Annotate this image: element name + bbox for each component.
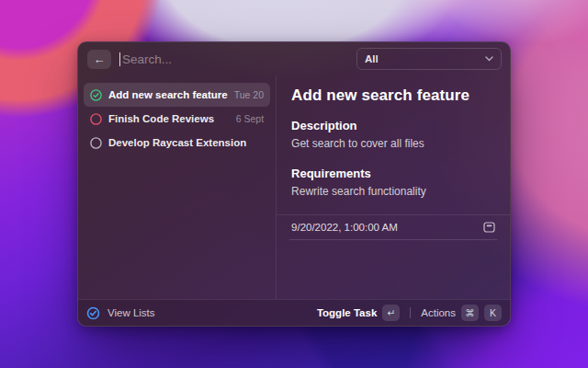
footer-divider [410, 307, 411, 318]
enter-key-icon: ↵ [382, 305, 400, 321]
actions-menu-button[interactable]: Actions ⌘ K [421, 305, 502, 321]
task-title: Finish Code Reviews [108, 113, 230, 124]
back-button[interactable]: ← [87, 50, 111, 69]
task-date: 6 Sept [236, 113, 264, 124]
task-open-icon[interactable] [90, 137, 102, 149]
task-list: Add new search feature Tue 20 Finish Cod… [78, 75, 277, 299]
task-row-add-new-search-feature[interactable]: Add new search feature Tue 20 [84, 83, 270, 107]
actions-label: Actions [421, 307, 456, 318]
filter-dropdown[interactable]: All [356, 48, 502, 70]
calendar-icon[interactable] [483, 222, 495, 233]
window-body: Add new search feature Tue 20 Finish Cod… [78, 75, 510, 299]
section-heading: Description [291, 119, 495, 132]
filter-dropdown-value: All [365, 53, 379, 64]
section-heading: Requirements [291, 167, 495, 180]
task-completed-icon[interactable] [90, 89, 102, 101]
k-key-badge: K [484, 305, 502, 321]
task-title: Develop Raycast Extension [108, 137, 257, 148]
section-body: Rewrite search functionality [291, 185, 495, 198]
due-date-row[interactable]: 9/20/2022, 1:00:00 AM [289, 215, 497, 240]
search-input[interactable] [122, 52, 348, 66]
due-date-field: 9/20/2022, 1:00:00 AM [277, 214, 510, 240]
task-row-finish-code-reviews[interactable]: Finish Code Reviews 6 Sept [84, 107, 270, 131]
search-field-wrap [119, 42, 348, 75]
detail-section-description: Description Get search to cover all file… [291, 119, 495, 167]
back-arrow-icon: ← [94, 52, 106, 66]
section-body: Get search to cover all files [291, 137, 495, 150]
toggle-task-action[interactable]: Toggle Task ↵ [317, 305, 400, 321]
due-date-value: 9/20/2022, 1:00:00 AM [291, 222, 398, 233]
raycast-window: ← All Add new search feature Tue 20 [77, 41, 511, 327]
toggle-task-label: Toggle Task [317, 307, 377, 318]
detail-title: Add new search feature [291, 86, 495, 105]
command-key-icon: ⌘ [461, 305, 479, 321]
task-overdue-icon[interactable] [90, 113, 102, 125]
task-row-develop-raycast-extension[interactable]: Develop Raycast Extension [84, 131, 270, 155]
search-header: ← All [78, 42, 510, 75]
todo-list-app-icon [86, 306, 100, 320]
command-name-label: View Lists [107, 307, 155, 318]
chevron-down-icon [485, 56, 493, 62]
text-caret [119, 52, 120, 66]
detail-section-requirements: Requirements Rewrite search functionalit… [291, 167, 495, 214]
task-date: Tue 20 [234, 89, 264, 100]
task-title: Add new search feature [108, 89, 228, 100]
action-bar: View Lists Toggle Task ↵ Actions ⌘ K [78, 299, 510, 326]
task-detail-pane: Add new search feature Description Get s… [277, 75, 510, 299]
